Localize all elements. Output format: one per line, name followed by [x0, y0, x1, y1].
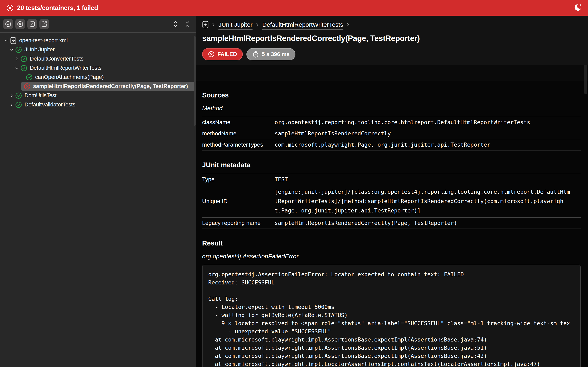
tree-item-label: DomUtilsTest — [25, 92, 57, 99]
breadcrumb: JUnit Jupiter DefaultHtmlReportWriterTes… — [202, 20, 581, 30]
status-badge-label: FAILED — [217, 51, 237, 58]
table-row: methodName sampleHtmlReportIsRenderedCor… — [202, 128, 581, 139]
main-scrollbar[interactable] — [584, 65, 587, 94]
table-row: Legacy reporting name sampleHtmlReportIs… — [202, 217, 581, 229]
external-link-square-icon — [41, 21, 48, 27]
row-label: methodParameterTypes — [202, 142, 275, 148]
sidebar-scrollbar[interactable] — [194, 36, 196, 126]
duration-badge: 5 s 396 ms — [246, 48, 295, 60]
expand-all-icon — [173, 21, 178, 27]
test-passed-icon — [20, 55, 27, 62]
x-circle-icon — [6, 4, 14, 12]
tree-item-label: sampleHtmlReportIsRenderedCorrectly(Page… — [33, 83, 188, 90]
failure-banner: 20 tests/containers, 1 failed — [0, 0, 588, 16]
tree-item-sample-html-report-is-rendered-correctly[interactable]: sampleHtmlReportIsRenderedCorrectly(Page… — [21, 82, 195, 91]
detail-header: JUnit Jupiter DefaultHtmlReportWriterTes… — [196, 16, 588, 65]
collapse-all-button[interactable] — [185, 21, 190, 27]
chevron-right-icon[interactable] — [8, 93, 15, 98]
slash-square-icon — [29, 21, 35, 27]
chevron-right-icon[interactable] — [13, 57, 20, 61]
table-row: methodParameterTypes com.microsoft.playw… — [202, 139, 581, 150]
table-row: Unique ID [engine:junit-jupiter]/[class:… — [202, 185, 581, 217]
row-value: TEST — [275, 176, 288, 183]
filter-aborted-button[interactable] — [39, 19, 49, 29]
row-label: methodName — [202, 130, 275, 137]
stopwatch-icon — [252, 50, 259, 58]
test-passed-icon — [15, 92, 22, 99]
chevron-right-icon — [346, 22, 350, 27]
test-failed-icon — [24, 83, 31, 90]
filter-skipped-button[interactable] — [27, 19, 37, 29]
page-title: sampleHtmlReportIsRenderedCorrectly(Page… — [202, 34, 581, 43]
method-source-table: className org.opentest4j.reporting.tooli… — [202, 117, 581, 150]
test-passed-icon — [15, 46, 22, 53]
chevron-right-icon[interactable] — [8, 103, 15, 107]
duration-badge-label: 5 s 396 ms — [262, 51, 290, 58]
detail-body: Sources Method className org.opentest4j.… — [196, 81, 588, 367]
junit-metadata-heading: JUnit metadata — [202, 161, 581, 169]
banner-text: 20 tests/containers, 1 failed — [17, 4, 98, 12]
tree-item-label: open-test-report.xml — [19, 37, 68, 44]
exception-type-subheading: org.opentest4j.AssertionFailedError — [202, 253, 581, 260]
check-circle-icon — [5, 21, 11, 27]
row-value: sampleHtmlReportIsRenderedCorrectly — [275, 130, 391, 137]
tree-item-label: canOpenAttachments(Page) — [35, 74, 104, 80]
report-file-icon — [10, 37, 17, 44]
row-value: org.opentest4j.reporting.tooling.core.ht… — [275, 119, 530, 126]
breadcrumb-junit-jupiter[interactable]: JUnit Jupiter — [218, 21, 252, 28]
moon-icon — [572, 3, 582, 13]
test-passed-icon — [26, 74, 33, 81]
result-heading: Result — [202, 239, 581, 247]
row-value: com.microsoft.playwright.Page, org.junit… — [275, 141, 490, 148]
row-value: sampleHtmlReportIsRenderedCorrectly(Page… — [275, 220, 457, 226]
filter-successful-button[interactable] — [3, 19, 13, 29]
tree-item-label: DefaultConverterTests — [30, 56, 84, 62]
table-row: className org.opentest4j.reporting.tooli… — [202, 117, 581, 128]
chevron-right-icon — [212, 22, 215, 27]
tree-item-label: DefaultHtmlReportWriterTests — [30, 65, 102, 71]
table-row: Type TEST — [202, 174, 581, 185]
sources-heading: Sources — [202, 91, 581, 99]
collapse-all-icon — [185, 21, 190, 27]
method-subheading: Method — [202, 105, 581, 112]
tree-item-dom-utils-test[interactable]: DomUtilsTest — [0, 91, 196, 100]
chevron-down-icon[interactable] — [3, 38, 10, 43]
stack-trace-block: org.opentest4j.AssertionFailedError: Loc… — [202, 265, 581, 367]
tree-item-label: DefaultValidatorTests — [25, 101, 75, 108]
tree-item-open-test-report-xml[interactable]: open-test-report.xml — [0, 36, 196, 45]
tree-item-can-open-attachments[interactable]: canOpenAttachments(Page) — [0, 73, 196, 82]
tree-item-default-converter-tests[interactable]: DefaultConverterTests — [0, 54, 196, 63]
test-tree: open-test-report.xml JUnit Jupiter — [0, 33, 196, 109]
status-badges: FAILED 5 s 396 ms — [202, 48, 581, 60]
test-passed-icon — [15, 101, 22, 108]
row-label: Legacy reporting name — [202, 220, 275, 226]
x-circle-icon — [17, 21, 24, 27]
tree-item-junit-jupiter[interactable]: JUnit Jupiter — [0, 45, 196, 54]
chevron-down-icon[interactable] — [13, 66, 20, 70]
filter-failed-button[interactable] — [15, 19, 25, 29]
status-badge: FAILED — [202, 48, 243, 60]
row-label: Unique ID — [202, 198, 275, 205]
tree-filter-toolbar — [0, 16, 196, 33]
app-window: 20 tests/containers, 1 failed — [0, 0, 588, 367]
test-passed-icon — [20, 65, 27, 72]
chevron-right-icon — [256, 22, 259, 27]
x-circle-icon — [208, 51, 215, 58]
test-detail-panel: JUnit Jupiter DefaultHtmlReportWriterTes… — [196, 16, 588, 367]
tree-item-label: JUnit Jupiter — [25, 47, 54, 53]
chevron-down-icon[interactable] — [8, 48, 15, 52]
row-value: [engine:junit-jupiter]/[class:org.opente… — [275, 187, 570, 215]
breadcrumb-default-html-report-writer-tests[interactable]: DefaultHtmlReportWriterTests — [262, 21, 343, 28]
row-label: Type — [202, 176, 275, 183]
expand-all-button[interactable] — [173, 21, 178, 27]
report-file-icon[interactable] — [202, 21, 209, 29]
row-label: className — [202, 119, 275, 125]
dark-mode-toggle[interactable] — [572, 3, 582, 13]
tree-item-default-html-report-writer-tests[interactable]: DefaultHtmlReportWriterTests — [0, 63, 196, 73]
junit-metadata-table: Type TEST Unique ID [engine:junit-jupite… — [202, 174, 581, 229]
test-tree-sidebar: open-test-report.xml JUnit Jupiter — [0, 16, 196, 367]
tree-item-default-validator-tests[interactable]: DefaultValidatorTests — [0, 100, 196, 109]
